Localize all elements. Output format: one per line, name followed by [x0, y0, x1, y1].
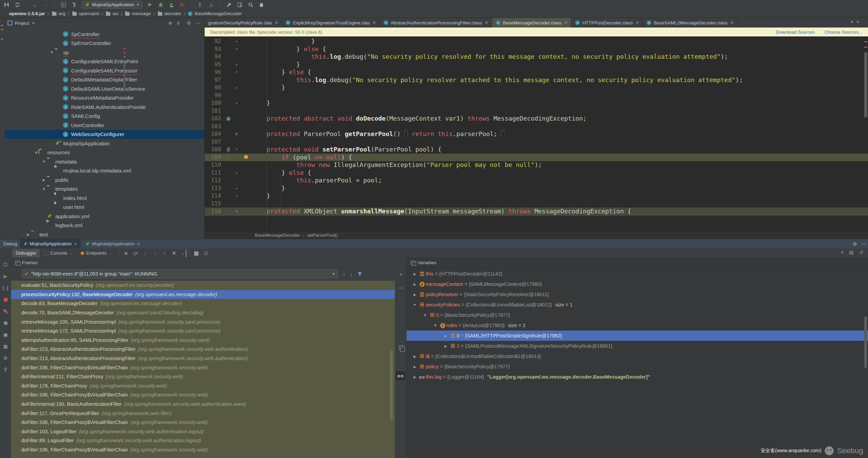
variable-row-0[interactable]: ▼0={BasicSecurityPolicy@17977} — [407, 310, 868, 320]
code-line-110[interactable]: 110 throw new IllegalArgumentException("… — [205, 161, 868, 169]
step-into-icon[interactable]: ↓ — [141, 249, 149, 257]
next-frame-icon[interactable]: ↓ — [350, 271, 353, 277]
filter-frames-icon[interactable] — [357, 272, 362, 276]
run-button[interactable] — [146, 1, 153, 9]
tree-item-user-html[interactable]: Huser.html — [5, 203, 204, 212]
project-structure-icon[interactable] — [236, 1, 243, 9]
frame-row[interactable]: doFilter:178, FilterChainProxy(org.sprin… — [11, 381, 395, 391]
previous-frame-icon[interactable]: ↑ — [343, 271, 345, 277]
frame-row[interactable]: doFilter:89, LogoutFilter(org.springfram… — [11, 436, 395, 445]
fold-marker-icon[interactable]: ▾ — [233, 45, 240, 53]
step-over-icon[interactable] — [132, 249, 140, 257]
variable-row-rules[interactable]: ▼frules={ArrayList@17983}size = 2 — [407, 320, 868, 331]
tree-collapsed-arrow-icon[interactable]: ▶ — [411, 365, 418, 369]
tree-item-application-yml[interactable]: application.yml — [5, 212, 204, 221]
pin-tab-icon[interactable] — [2, 366, 9, 373]
layout-settings-icon[interactable]: ⊞ — [202, 249, 210, 257]
chevron-down-icon[interactable]: ▼ — [32, 21, 35, 25]
fold-marker-icon[interactable]: ▴ — [233, 37, 240, 45]
tree-item-resourcemetadataprovider[interactable]: cResourceMetadataProvider — [5, 93, 204, 103]
gear-icon[interactable]: ⚙ — [185, 20, 192, 26]
tabs-dropdown-icon[interactable]: ▾ — [851, 19, 853, 24]
tree-item-mujinaspapplication[interactable]: ▶MujinaSpApplication — [5, 139, 204, 148]
code-line-116[interactable]: 116⊟ protected XMLObject unmarshallMessa… — [205, 208, 868, 215]
breadcrumb-item[interactable]: opensaml — [72, 11, 99, 16]
run-window-icon[interactable] — [60, 1, 67, 9]
tree-item-sperrorcontroller[interactable]: cSpErrorController — [5, 39, 204, 48]
code-line-111[interactable]: 111▴ } else { — [205, 169, 868, 177]
scrollbar-thumb[interactable] — [124, 64, 125, 91]
breadcrumb-method[interactable]: setParserPool() — [307, 233, 338, 238]
tree-expanded-arrow-icon[interactable]: ▼ — [432, 323, 439, 327]
code-line-114[interactable]: 114▴ } — [205, 192, 868, 200]
code-line-100[interactable]: 100▴ } — [205, 99, 868, 107]
tree-item-spcontroller[interactable]: cSpController — [5, 30, 204, 39]
view-breakpoints-icon[interactable] — [2, 308, 9, 315]
variable-row-this-log[interactable]: ▶oothis.log={Logger@11184}"Logger[org.op… — [407, 372, 868, 382]
close-tab-icon[interactable]: ✕ — [636, 20, 639, 25]
debug-button[interactable] — [157, 1, 164, 9]
tree-collapsed-arrow-icon[interactable]: ▶ — [442, 344, 449, 348]
editor-tab-abstractauthenticationprocessingfilter-class[interactable]: cAbstractAuthenticationProcessingFilter.… — [380, 18, 492, 27]
code-line-98[interactable]: 98▴ } — [205, 84, 868, 92]
hide-panel-icon[interactable]: ─ — [195, 20, 202, 26]
resume-program-icon[interactable]: ▶ — [2, 272, 9, 280]
intention-bulb-icon[interactable] — [244, 155, 248, 159]
show-watches-icon[interactable]: oo — [396, 371, 405, 380]
code-line-104[interactable]: 104⊞ protected ParserPool getParserPool(… — [205, 130, 868, 138]
code-line-95[interactable]: 95▴ } — [205, 61, 868, 69]
frame-row[interactable]: doFilter:336, FilterChainProxy$VirtualFi… — [11, 363, 395, 372]
debug-tab-mujinaspapplication[interactable]: MujinaSpApplication✕ — [20, 239, 81, 248]
breadcrumb-item[interactable]: decoder — [157, 11, 181, 16]
frame-row[interactable]: retrieveMessage:105, SAMLProcessorImpl(o… — [11, 317, 395, 326]
code-line-108[interactable]: 108@▾ protected void setParserPool(Parse… — [205, 146, 868, 154]
hide-panel-icon[interactable]: ─ — [862, 241, 865, 247]
code-editor[interactable]: 92▴ }93▾ } else {94 this.log.debug("No s… — [205, 36, 868, 249]
fold-marker-icon[interactable]: ⊟ — [233, 208, 240, 215]
frame-row[interactable]: retrieveMessage:172, SAMLProcessorImpl(o… — [11, 326, 395, 336]
stop-icon[interactable] — [2, 296, 9, 303]
wrench-icon[interactable] — [225, 1, 232, 9]
fold-marker-icon[interactable]: ⊞ — [233, 130, 240, 138]
breadcrumb-class[interactable]: BaseMessageDecoder — [255, 233, 300, 238]
frame-row[interactable]: doFilter:336, FilterChainProxy$VirtualFi… — [11, 445, 395, 455]
breadcrumb-item[interactable]: message — [125, 11, 151, 16]
tree-item-test[interactable]: ▶test — [5, 230, 204, 239]
debug-tab-mujinaidpapplication[interactable]: MujinaIdpApplication✕ — [82, 239, 144, 248]
code-line-112[interactable]: 112 this.parserPool = pool; — [205, 177, 868, 185]
frame-row[interactable]: doFilterInternal:150, BasicAuthenticatio… — [11, 400, 395, 409]
variable-row-messageContext[interactable]: ▶pmessageContext={SAMLMessageContext@179… — [407, 279, 868, 289]
frame-row[interactable]: evaluate:51, BasicSecurityPolicy(org.ope… — [11, 281, 395, 290]
annotation-marker-icon[interactable]: @ — [224, 146, 233, 154]
copy-value-icon[interactable] — [397, 344, 404, 351]
stop-button[interactable]: 2 — [179, 1, 186, 9]
frame-row[interactable]: doFilter:103, LogoutFilter(org.springfra… — [11, 427, 395, 436]
step-out-icon[interactable]: ↑ — [160, 249, 169, 257]
tree-expanded-arrow-icon[interactable]: ▼ — [422, 313, 429, 317]
code-line-92[interactable]: 92▴ } — [205, 37, 868, 45]
run-configuration-select[interactable]: MujinaSpApplication ▼ — [82, 1, 142, 9]
sync-icon[interactable] — [14, 1, 21, 9]
tree-item-rolesamlauthenticationprovide[interactable]: cRoleSAMLAuthenticationProvide — [5, 102, 204, 112]
frame-row[interactable]: doFilter:117, OncePerRequestFilter(org.s… — [11, 409, 395, 418]
breadcrumb-item[interactable]: cBaseMessageDecoder — [187, 11, 242, 16]
close-tab-icon[interactable]: ✕ — [564, 20, 568, 25]
fold-marker-icon[interactable]: ▴ — [233, 169, 240, 177]
tree-item-templates[interactable]: ▼templates — [5, 185, 204, 194]
collapse-all-icon[interactable] — [176, 21, 183, 25]
fold-marker-icon[interactable]: ▾ — [233, 146, 240, 154]
force-step-into-icon[interactable]: ↓ — [151, 249, 159, 257]
tab-debugger[interactable]: Debugger — [12, 249, 39, 257]
editor-tab-explicitkeysignaturetrustengine-clas[interactable]: cExplicitKeySignatureTrustEngine.clas✕ — [282, 18, 380, 27]
tree-collapsed-arrow-icon[interactable]: ▶ — [411, 293, 418, 297]
code-line-103[interactable]: 103 — [205, 123, 868, 131]
variable-row-policy[interactable]: ▶policy={BasicSecurityPolicy@17977} — [407, 361, 868, 372]
gear-icon[interactable]: ⚙ — [2, 354, 9, 362]
tree-expanded-arrow-icon[interactable]: ▼ — [41, 187, 47, 191]
run-to-cursor-icon[interactable]: → — [180, 249, 186, 257]
tab-console[interactable]: ▸Console→ — [40, 249, 77, 257]
editor-tab-gnaturesecuritypolicyrule-clas[interactable]: gnatureSecurityPolicyRule.clas✕ — [205, 18, 282, 27]
close-tab-icon[interactable]: ✕ — [373, 20, 376, 25]
tree-collapsed-arrow-icon[interactable]: ▶ — [411, 355, 418, 358]
variable-row-i-[interactable]: ▶i$={Collections$UnmodifiableCollection$… — [407, 351, 868, 361]
